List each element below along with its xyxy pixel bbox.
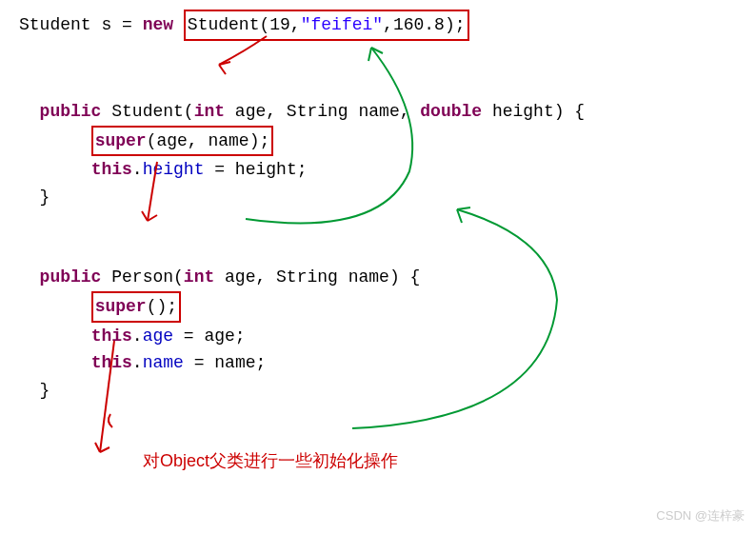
text: = height; <box>204 160 307 179</box>
person-close-brace: } <box>19 377 737 405</box>
text: height) { <box>482 102 585 121</box>
field-name: name <box>143 353 184 372</box>
person-age-line: this.age = age; <box>19 323 737 350</box>
text: ,160.8); <box>383 15 465 34</box>
text: Student( <box>101 102 193 121</box>
keyword-this: this <box>91 160 132 179</box>
text: = age; <box>173 326 246 346</box>
keyword-int: int <box>194 102 225 121</box>
keyword-int: int <box>184 267 214 287</box>
text: . <box>132 326 143 346</box>
text: age, String name) { <box>214 267 420 287</box>
text: age, String name, <box>225 102 420 121</box>
boxed-super-call: super(age, name); <box>91 126 274 157</box>
student-super-line: super(age, name); <box>19 126 737 157</box>
keyword-this: this <box>91 326 132 346</box>
keyword-super: super <box>95 297 147 316</box>
text: (); <box>147 297 177 316</box>
text: . <box>132 160 143 179</box>
text: } <box>40 188 50 207</box>
boxed-super-call: super(); <box>91 291 181 323</box>
text: Student s = <box>19 15 143 34</box>
text: . <box>132 353 143 372</box>
person-name-line: this.name = name; <box>19 349 737 377</box>
annotation-text: 对Object父类进行一些初始化操作 <box>143 447 737 475</box>
text: (age, name); <box>147 131 270 150</box>
field-age: age <box>143 326 173 346</box>
text: = name; <box>184 353 266 372</box>
keyword-new: new <box>143 15 173 34</box>
watermark: CSDN @连梓豪 <box>656 506 745 526</box>
student-ctor-decl: public Student(int age, String name, dou… <box>19 98 737 126</box>
text: Student(19, <box>188 15 301 34</box>
field-height: height <box>143 160 205 179</box>
boxed-constructor-call: Student(19,"feifei",160.8); <box>184 10 469 41</box>
string-literal: "feifei" <box>301 15 383 34</box>
keyword-this: this <box>91 353 132 372</box>
text: Person( <box>101 267 183 287</box>
person-super-line: super(); <box>19 291 737 323</box>
keyword-super: super <box>95 131 147 150</box>
student-close-brace: } <box>19 184 737 211</box>
person-ctor-decl: public Person(int age, String name) { <box>19 264 737 291</box>
keyword-double: double <box>420 102 482 121</box>
code-line-1: Student s = new Student(19,"feifei",160.… <box>19 10 737 41</box>
student-this-line: this.height = height; <box>19 156 737 184</box>
keyword-public: public <box>40 267 102 287</box>
text <box>173 15 184 34</box>
text: } <box>40 381 50 400</box>
keyword-public: public <box>40 102 102 121</box>
